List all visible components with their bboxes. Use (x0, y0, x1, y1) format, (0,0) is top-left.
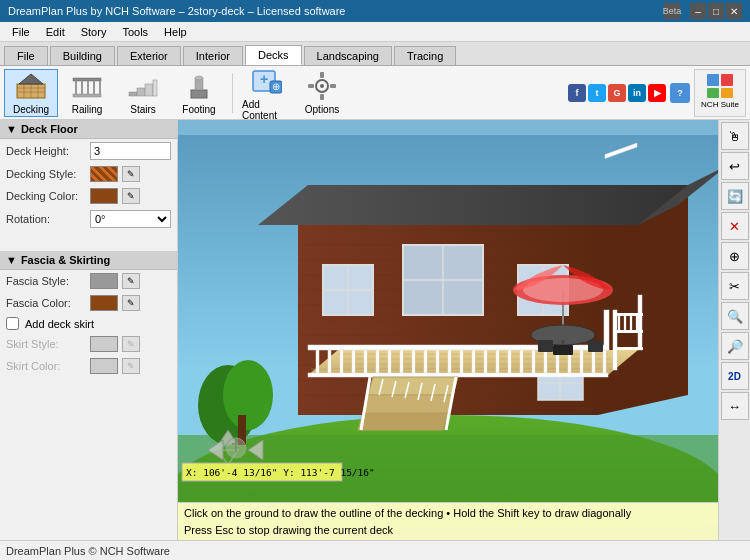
toolbar-stairs[interactable]: Stairs (116, 69, 170, 117)
svg-rect-130 (636, 316, 638, 330)
toolbar-add-content[interactable]: + ⊕ Add Content (239, 69, 293, 117)
menu-help[interactable]: Help (156, 24, 195, 40)
deck-floor-title: Deck Floor (21, 123, 78, 135)
svg-rect-127 (618, 316, 620, 330)
linkedin-icon[interactable]: in (628, 84, 646, 102)
menu-tools[interactable]: Tools (114, 24, 156, 40)
fascia-style-label: Fascia Style: (6, 275, 86, 287)
stairs-icon (127, 70, 159, 102)
svg-rect-128 (624, 316, 626, 330)
decking-color-label: Decking Color: (6, 190, 86, 202)
decking-color-edit-btn[interactable]: ✎ (122, 188, 140, 204)
menu-story[interactable]: Story (73, 24, 115, 40)
toolbar-decking[interactable]: Decking (4, 69, 58, 117)
skirt-style-label: Skirt Style: (6, 338, 86, 350)
sidebar-zoom-in-tool[interactable]: 🔍 (721, 302, 749, 330)
svg-rect-75 (308, 373, 608, 377)
toolbar-options[interactable]: Options (295, 69, 349, 117)
decking-color-swatch[interactable] (90, 188, 118, 204)
sidebar-zoom-out-tool[interactable]: 🔎 (721, 332, 749, 360)
tab-tracing[interactable]: Tracing (394, 46, 456, 65)
tab-file[interactable]: File (4, 46, 48, 65)
svg-point-26 (320, 84, 324, 88)
title-text: DreamPlan Plus by NCH Software – 2story-… (8, 5, 345, 17)
nch-suite-button[interactable]: NCH Suite (694, 69, 746, 117)
svg-text:+: + (260, 71, 268, 87)
viewport[interactable]: X: 106'-4 13/16" Y: 113'-7 15/16" Click … (178, 120, 718, 540)
fascia-color-swatch[interactable] (90, 295, 118, 311)
sidebar-delete-tool[interactable]: ✕ (721, 212, 749, 240)
social-icons: f t G in ▶ (568, 84, 666, 102)
tab-landscaping[interactable]: Landscaping (304, 46, 392, 65)
tab-building[interactable]: Building (50, 46, 115, 65)
skirt-color-edit-btn: ✎ (122, 358, 140, 374)
sidebar-pan-tool[interactable]: ↔ (721, 392, 749, 420)
svg-rect-77 (328, 350, 331, 373)
skirt-color-swatch (90, 358, 118, 374)
toolbar-footing[interactable]: Footing (172, 69, 226, 117)
youtube-icon[interactable]: ▶ (648, 84, 666, 102)
sidebar-mouse-tool[interactable]: 🖱 (721, 122, 749, 150)
svg-rect-121 (553, 345, 573, 355)
svg-rect-120 (588, 340, 603, 352)
tab-interior[interactable]: Interior (183, 46, 243, 65)
add-skirt-checkbox[interactable] (6, 317, 19, 330)
status-text: DreamPlan Plus © NCH Software (6, 545, 170, 557)
svg-rect-27 (320, 72, 324, 78)
tab-exterior[interactable]: Exterior (117, 46, 181, 65)
svg-rect-129 (630, 316, 632, 330)
svg-rect-123 (638, 295, 642, 350)
minimize-button[interactable]: – (690, 3, 706, 19)
deck-height-label: Deck Height: (6, 145, 86, 157)
deck-height-input[interactable] (90, 142, 171, 160)
close-button[interactable]: ✕ (726, 3, 742, 19)
toolbar-railing[interactable]: Railing (60, 69, 114, 117)
main-area: ▼ Deck Floor Deck Height: Decking Style:… (0, 120, 750, 540)
fascia-collapse-icon[interactable]: ▼ (6, 254, 17, 266)
sidebar-2d-tool[interactable]: 2D (721, 362, 749, 390)
svg-rect-85 (424, 350, 427, 373)
maximize-button[interactable]: □ (708, 3, 724, 19)
google-plus-icon[interactable]: G (608, 84, 626, 102)
twitter-icon[interactable]: t (588, 84, 606, 102)
deck-floor-collapse-icon[interactable]: ▼ (6, 123, 17, 135)
fascia-style-edit-btn[interactable]: ✎ (122, 273, 140, 289)
sidebar-add-tool[interactable]: ⊕ (721, 242, 749, 270)
svg-marker-6 (19, 74, 43, 84)
toolbar-divider1 (232, 73, 233, 113)
decking-style-edit-btn[interactable]: ✎ (122, 166, 140, 182)
menu-file[interactable]: File (4, 24, 38, 40)
decking-style-swatch[interactable] (90, 166, 118, 182)
svg-point-39 (223, 360, 273, 430)
svg-rect-17 (153, 80, 157, 96)
sidebar-rotate-tool[interactable]: 🔄 (721, 182, 749, 210)
title-bar: DreamPlan Plus by NCH Software – 2story-… (0, 0, 750, 22)
sidebar-cut-tool[interactable]: ✂ (721, 272, 749, 300)
svg-marker-105 (358, 413, 448, 430)
skirt-color-row: Skirt Color: ✎ (0, 355, 177, 377)
hint-text-2: Press Esc to stop drawing the current de… (184, 522, 393, 539)
menu-edit[interactable]: Edit (38, 24, 73, 40)
svg-rect-87 (448, 350, 451, 373)
scene-background: X: 106'-4 13/16" Y: 113'-7 15/16" Click … (178, 120, 718, 540)
svg-marker-54 (258, 185, 688, 225)
sidebar-undo-tool[interactable]: ↩ (721, 152, 749, 180)
svg-rect-92 (508, 350, 511, 373)
rotation-select[interactable]: 0° 45° 90° (90, 210, 171, 228)
house-scene-svg: X: 106'-4 13/16" Y: 113'-7 15/16" (178, 120, 718, 540)
svg-rect-13 (99, 81, 101, 94)
svg-rect-33 (707, 88, 719, 98)
fascia-color-edit-btn[interactable]: ✎ (122, 295, 140, 311)
svg-rect-94 (532, 350, 535, 373)
railing-icon (71, 70, 103, 102)
help-icon[interactable]: ? (670, 83, 690, 103)
skirt-style-swatch (90, 336, 118, 352)
svg-marker-104 (363, 395, 453, 413)
toolbar-right: f t G in ▶ ? NCH Suite (568, 69, 746, 117)
tab-decks[interactable]: Decks (245, 45, 302, 65)
svg-rect-31 (707, 74, 719, 86)
railing-label: Railing (72, 104, 103, 115)
svg-rect-101 (604, 310, 609, 350)
fascia-style-swatch[interactable] (90, 273, 118, 289)
facebook-icon[interactable]: f (568, 84, 586, 102)
